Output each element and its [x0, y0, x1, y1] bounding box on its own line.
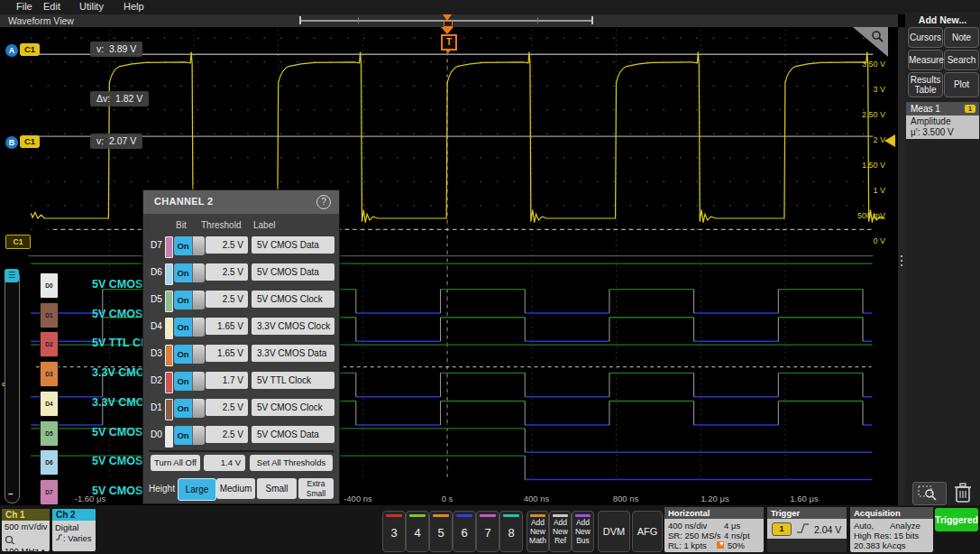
- add-measure-button[interactable]: Measure: [908, 50, 943, 70]
- threshold-field[interactable]: 2.5 V: [206, 236, 248, 254]
- add-cursors-button[interactable]: Cursors: [908, 27, 943, 48]
- threshold-field[interactable]: 1.65 V: [206, 345, 248, 362]
- add-new-bus-button[interactable]: AddNewBus: [572, 511, 594, 552]
- bit-name: D1: [151, 402, 162, 412]
- digital-chip-d1[interactable]: D1: [40, 302, 59, 328]
- label-field[interactable]: 5V CMOS Clock: [252, 399, 334, 416]
- acquisition-panel[interactable]: Acquisition Auto, Analyze High Res: 15 b…: [850, 507, 933, 552]
- digital-group-handle[interactable]: [5, 269, 20, 503]
- digital-group-grip-icon[interactable]: ☰: [5, 269, 19, 282]
- channel-3-button[interactable]: 3: [382, 511, 406, 552]
- add-plot-button[interactable]: Plot: [944, 72, 979, 97]
- cursor-a-badge[interactable]: A: [5, 44, 18, 57]
- channel-6-button[interactable]: 6: [453, 511, 476, 552]
- toggle-knob[interactable]: [192, 345, 205, 364]
- label-field[interactable]: 5V CMOS Clock: [252, 291, 334, 308]
- trigger-level-arrow[interactable]: [884, 134, 895, 147]
- height-option-medium[interactable]: Medium: [216, 478, 255, 499]
- label-field[interactable]: 5V TTL Clock: [252, 372, 334, 389]
- digital-chip-d0[interactable]: D0: [40, 272, 59, 299]
- cursor-b-badge[interactable]: B: [5, 136, 18, 149]
- all-threshold-field[interactable]: 1.4 V: [204, 455, 245, 471]
- turn-all-off-button[interactable]: Turn All Off: [151, 455, 200, 471]
- add-results-table-button[interactable]: Results Table: [908, 72, 943, 97]
- zoom-tool-button[interactable]: [912, 482, 947, 505]
- dvm-button[interactable]: DVM: [598, 511, 630, 552]
- trigger-flag-arrow[interactable]: [441, 27, 453, 34]
- sidebar-splitter[interactable]: [898, 27, 905, 505]
- label-field[interactable]: 5V CMOS Data: [252, 236, 334, 254]
- cursor-a-channel-badge[interactable]: C1: [20, 43, 40, 56]
- threshold-field[interactable]: 1.65 V: [206, 318, 248, 335]
- trash-icon[interactable]: [952, 480, 974, 505]
- toggle-knob[interactable]: [192, 263, 205, 282]
- bit-on-toggle[interactable]: On: [174, 318, 192, 337]
- bit-on-toggle[interactable]: On: [174, 236, 192, 255]
- ch2-badge[interactable]: Ch 2 Digital : Varies: [52, 509, 96, 551]
- channel-7-button[interactable]: 7: [476, 511, 499, 552]
- bit-on-toggle[interactable]: On: [174, 263, 192, 282]
- menu-utility[interactable]: Utility: [79, 1, 104, 12]
- threshold-field[interactable]: 1.7 V: [206, 372, 248, 389]
- overview-left-bracket[interactable]: [299, 16, 301, 24]
- ch1-badge[interactable]: Ch 1 500 mV/div 100 MHz ▮▸: [2, 509, 50, 551]
- toggle-knob[interactable]: [192, 291, 205, 309]
- oscilloscope-app: File Edit Utility Help Waveform View T A…: [0, 0, 980, 554]
- menu-edit[interactable]: Edit: [43, 1, 60, 12]
- bit-on-toggle[interactable]: On: [174, 345, 192, 364]
- label-field[interactable]: 3.3V CMOS Data: [252, 345, 334, 362]
- channel-4-button[interactable]: 4: [406, 511, 429, 552]
- digital-group-collapse-icon[interactable]: –: [8, 489, 14, 499]
- height-option-large[interactable]: Large: [178, 478, 216, 501]
- menu-help[interactable]: Help: [124, 1, 144, 12]
- label-field[interactable]: 5V CMOS Data: [252, 263, 334, 281]
- trigger-position-icon[interactable]: [443, 14, 452, 21]
- toggle-knob[interactable]: [192, 318, 205, 337]
- tab-waveform-view[interactable]: Waveform View: [8, 15, 74, 26]
- threshold-field[interactable]: 2.5 V: [206, 399, 248, 416]
- horizontal-panel[interactable]: Horizontal 400 ns/div 4 μs SR: 250 MS/s …: [664, 507, 764, 552]
- threshold-field[interactable]: 2.5 V: [206, 291, 248, 308]
- add-new-ref-button[interactable]: AddNewRef: [549, 511, 572, 552]
- menu-file[interactable]: File: [16, 1, 32, 12]
- digital-chip-d5[interactable]: D5: [40, 420, 59, 447]
- channel-5-button[interactable]: 5: [429, 511, 453, 552]
- overview-right-bracket[interactable]: [591, 16, 593, 24]
- trigger-position-box[interactable]: [444, 21, 453, 27]
- set-all-thresholds-button[interactable]: Set All Thresholds: [250, 455, 333, 471]
- label-field[interactable]: 3.3V CMOS Clock: [252, 318, 334, 335]
- dialog-header[interactable]: CHANNEL 2 ?: [143, 190, 339, 214]
- toggle-knob[interactable]: [192, 372, 205, 391]
- digital-chip-d3[interactable]: D3: [40, 361, 59, 387]
- add-new-math-button[interactable]: AddNewMath: [527, 511, 549, 552]
- cursor-b-channel-badge[interactable]: C1: [20, 135, 40, 148]
- bit-on-toggle[interactable]: On: [174, 399, 192, 418]
- bit-on-toggle[interactable]: On: [174, 291, 192, 309]
- threshold-icon: [55, 533, 63, 541]
- digital-chip-d2[interactable]: D2: [40, 331, 59, 357]
- threshold-field[interactable]: 2.5 V: [206, 426, 248, 443]
- toggle-knob[interactable]: [192, 399, 205, 418]
- afg-button[interactable]: AFG: [632, 511, 663, 552]
- channel2-dialog: CHANNEL 2 ? Bit Threshold Label D7 On 2.…: [142, 189, 340, 504]
- digital-chip-d4[interactable]: D4: [40, 391, 59, 417]
- bit-on-toggle[interactable]: On: [174, 372, 192, 391]
- dialog-row-d0: D0 On 2.5 V 5V CMOS Data: [143, 422, 339, 449]
- help-icon[interactable]: ?: [316, 195, 331, 209]
- meas1-badge[interactable]: Meas 1 1 Amplitude μ': 3.500 V: [906, 102, 979, 138]
- add-search-button[interactable]: Search: [944, 50, 979, 70]
- digital-chip-d6[interactable]: D6: [40, 449, 59, 476]
- digital-chip-d7[interactable]: D7: [40, 479, 59, 505]
- label-field[interactable]: 5V CMOS Data: [252, 426, 334, 443]
- time-label: 0 s: [420, 494, 474, 503]
- bit-on-toggle[interactable]: On: [174, 426, 192, 445]
- height-option-extra-small[interactable]: Extra Small: [298, 478, 334, 499]
- add-note-button[interactable]: Note: [944, 27, 979, 48]
- c1-ground-marker[interactable]: C1: [5, 235, 31, 249]
- height-option-small[interactable]: Small: [257, 478, 297, 499]
- toggle-knob[interactable]: [192, 426, 205, 445]
- threshold-field[interactable]: 2.5 V: [206, 263, 248, 281]
- toggle-knob[interactable]: [192, 236, 205, 255]
- trigger-panel[interactable]: Trigger 1 2.04 V: [767, 507, 847, 552]
- channel-8-button[interactable]: 8: [499, 511, 523, 552]
